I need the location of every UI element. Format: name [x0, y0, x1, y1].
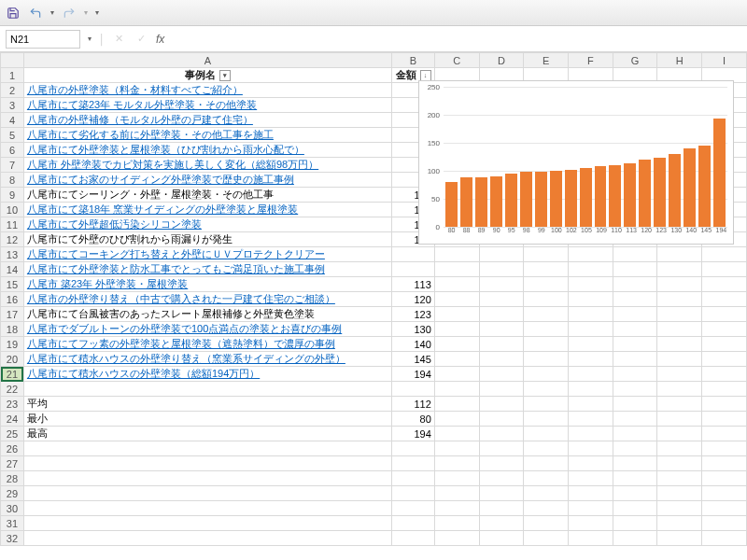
case-link[interactable]: 八尾市にて外壁塗装と屋根塗装（ひび割れから雨水心配で）	[27, 144, 304, 155]
cell-A26[interactable]	[23, 441, 391, 456]
cell-empty[interactable]	[613, 247, 657, 262]
cell-empty[interactable]	[702, 367, 747, 382]
case-link[interactable]: 八尾市 外壁塗装でカビ対策を実施し美しく変化（総額98万円）	[27, 159, 318, 170]
cell-empty[interactable]	[569, 501, 613, 516]
cell-empty[interactable]	[479, 412, 524, 427]
cell-B14[interactable]	[392, 262, 435, 277]
filter-icon[interactable]: ▾	[219, 70, 231, 81]
cell-empty[interactable]	[613, 382, 657, 397]
row-header[interactable]: 24	[1, 412, 24, 427]
cell-empty[interactable]	[657, 397, 702, 412]
cell-empty[interactable]	[569, 277, 613, 292]
cell-empty[interactable]	[434, 441, 479, 456]
cell-A21[interactable]: 八尾市にて積水ハウスの外壁塗装（総額194万円）	[23, 367, 391, 382]
sort-asc-icon[interactable]: ↓	[420, 70, 431, 81]
cell-empty[interactable]	[479, 352, 524, 367]
cell-empty[interactable]	[657, 322, 702, 337]
cell-B22[interactable]	[392, 382, 435, 397]
row-header[interactable]: 9	[1, 188, 24, 203]
cell-empty[interactable]	[613, 501, 657, 516]
cell-A4[interactable]: 八尾市の外壁補修（モルタル外壁の戸建て住宅）	[23, 113, 391, 128]
cell-A7[interactable]: 八尾市 外壁塗装でカビ対策を実施し美しく変化（総額98万円）	[23, 158, 391, 173]
cell-empty[interactable]	[613, 456, 657, 471]
undo-icon[interactable]	[28, 6, 43, 21]
cell-empty[interactable]	[524, 441, 569, 456]
cell-empty[interactable]	[657, 307, 702, 322]
cell-empty[interactable]	[434, 307, 479, 322]
cell-empty[interactable]	[434, 337, 479, 352]
cell-empty[interactable]	[479, 247, 524, 262]
cell-B17[interactable]: 123	[392, 307, 435, 322]
cell-empty[interactable]	[569, 427, 613, 441]
column-header-H[interactable]: H	[657, 53, 702, 68]
cell-B31[interactable]	[392, 516, 435, 531]
cell-empty[interactable]	[702, 322, 747, 337]
row-header[interactable]: 3	[1, 98, 24, 113]
cell-empty[interactable]	[434, 277, 479, 292]
cell-empty[interactable]	[479, 516, 524, 531]
cell-empty[interactable]	[479, 531, 524, 546]
cell-empty[interactable]	[657, 277, 702, 292]
cell-empty[interactable]	[524, 337, 569, 352]
case-link[interactable]: 八尾市にてお家のサイディング外壁塗装で歴史の施工事例	[27, 174, 294, 185]
row-header[interactable]: 20	[1, 352, 24, 367]
cell-B16[interactable]: 120	[392, 292, 435, 307]
cell-B32[interactable]	[392, 531, 435, 546]
case-link[interactable]: 八尾市にて劣化する前に外壁塗装・その他工事を施工	[27, 129, 274, 140]
row-header[interactable]: 17	[1, 307, 24, 322]
cell-empty[interactable]	[702, 397, 747, 412]
case-link[interactable]: 八尾市の外壁塗り替え（中古で購入された一戸建て住宅のご相談）	[27, 293, 335, 304]
cell-A13[interactable]: 八尾市にてコーキング打ち替えと外壁にＵＶプロテクトクリアー	[23, 247, 391, 262]
cell-empty[interactable]	[702, 531, 747, 546]
cell-empty[interactable]	[569, 456, 613, 471]
row-header[interactable]: 28	[1, 471, 24, 486]
cell-empty[interactable]	[434, 352, 479, 367]
name-box[interactable]: N21	[6, 30, 80, 49]
cell-empty[interactable]	[479, 307, 524, 322]
cell-empty[interactable]	[569, 471, 613, 486]
cell-A12[interactable]: 八尾市にて外壁のひび割れから雨漏りが発生	[23, 232, 391, 247]
cell-empty[interactable]	[524, 262, 569, 277]
cell-A2[interactable]: 八尾市の外壁塗装（料金・材料すべてご紹介）	[23, 83, 391, 98]
cell-empty[interactable]	[434, 412, 479, 427]
cell-empty[interactable]	[524, 322, 569, 337]
row-header[interactable]: 1	[1, 68, 24, 83]
cell-empty[interactable]	[657, 337, 702, 352]
cell-empty[interactable]	[613, 367, 657, 382]
cell-empty[interactable]	[524, 471, 569, 486]
cell-empty[interactable]	[524, 367, 569, 382]
name-box-dropdown-icon[interactable]: ▾	[86, 35, 93, 43]
cell-empty[interactable]	[569, 516, 613, 531]
cell-empty[interactable]	[657, 367, 702, 382]
cell-A27[interactable]	[23, 456, 391, 471]
cell-empty[interactable]	[524, 382, 569, 397]
cell-empty[interactable]	[569, 486, 613, 501]
cell-B26[interactable]	[392, 441, 435, 456]
cell-A32[interactable]	[23, 531, 391, 546]
fx-icon[interactable]: fx	[156, 33, 164, 46]
cell-empty[interactable]	[569, 247, 613, 262]
case-link[interactable]: 八尾市 築23年 外壁塗装・屋根塗装	[27, 278, 188, 289]
row-header[interactable]: 10	[1, 203, 24, 217]
cell-empty[interactable]	[569, 322, 613, 337]
cell-empty[interactable]	[657, 382, 702, 397]
cell-A31[interactable]	[23, 516, 391, 531]
case-link[interactable]: 八尾市にて外壁塗装と防水工事でとってもご満足頂いた施工事例	[27, 263, 325, 274]
row-header[interactable]: 26	[1, 441, 24, 456]
cell-A8[interactable]: 八尾市にてお家のサイディング外壁塗装で歴史の施工事例	[23, 173, 391, 188]
cell-empty[interactable]	[657, 352, 702, 367]
cell-empty[interactable]	[479, 456, 524, 471]
cell-empty[interactable]	[569, 307, 613, 322]
cell-empty[interactable]	[657, 471, 702, 486]
cell-empty[interactable]	[702, 382, 747, 397]
row-header[interactable]: 11	[1, 217, 24, 232]
cell-A17[interactable]: 八尾市にて台風被害のあったスレート屋根補修と外壁黄色塗装	[23, 307, 391, 322]
redo-icon[interactable]	[62, 6, 77, 21]
cell-empty[interactable]	[657, 456, 702, 471]
case-link[interactable]: 八尾市にて外壁超低汚染シリコン塗装	[27, 218, 202, 230]
cell-empty[interactable]	[479, 382, 524, 397]
cell-empty[interactable]	[524, 247, 569, 262]
row-header[interactable]: 31	[1, 516, 24, 531]
row-header[interactable]: 19	[1, 337, 24, 352]
cell-empty[interactable]	[613, 471, 657, 486]
